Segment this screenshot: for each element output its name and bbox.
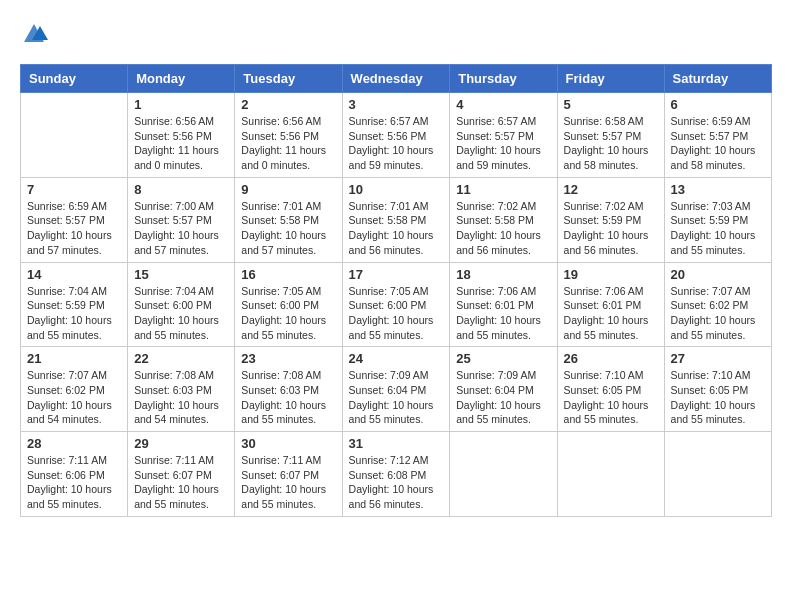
day-number: 3 [349,97,444,112]
calendar-week-row: 7Sunrise: 6:59 AM Sunset: 5:57 PM Daylig… [21,177,772,262]
day-info: Sunrise: 6:57 AM Sunset: 5:57 PM Dayligh… [456,114,550,173]
calendar-cell: 26Sunrise: 7:10 AM Sunset: 6:05 PM Dayli… [557,347,664,432]
day-number: 12 [564,182,658,197]
day-info: Sunrise: 6:59 AM Sunset: 5:57 PM Dayligh… [671,114,765,173]
calendar-cell: 20Sunrise: 7:07 AM Sunset: 6:02 PM Dayli… [664,262,771,347]
calendar-cell: 17Sunrise: 7:05 AM Sunset: 6:00 PM Dayli… [342,262,450,347]
day-number: 29 [134,436,228,451]
day-number: 4 [456,97,550,112]
day-info: Sunrise: 7:09 AM Sunset: 6:04 PM Dayligh… [456,368,550,427]
day-number: 25 [456,351,550,366]
day-number: 9 [241,182,335,197]
day-info: Sunrise: 7:07 AM Sunset: 6:02 PM Dayligh… [671,284,765,343]
day-number: 30 [241,436,335,451]
day-info: Sunrise: 7:11 AM Sunset: 6:07 PM Dayligh… [134,453,228,512]
day-number: 15 [134,267,228,282]
day-info: Sunrise: 6:58 AM Sunset: 5:57 PM Dayligh… [564,114,658,173]
day-info: Sunrise: 7:11 AM Sunset: 6:07 PM Dayligh… [241,453,335,512]
calendar-cell: 23Sunrise: 7:08 AM Sunset: 6:03 PM Dayli… [235,347,342,432]
day-number: 19 [564,267,658,282]
page-header [20,20,772,48]
day-number: 17 [349,267,444,282]
calendar-week-row: 21Sunrise: 7:07 AM Sunset: 6:02 PM Dayli… [21,347,772,432]
day-info: Sunrise: 6:56 AM Sunset: 5:56 PM Dayligh… [241,114,335,173]
calendar-week-row: 1Sunrise: 6:56 AM Sunset: 5:56 PM Daylig… [21,93,772,178]
day-number: 11 [456,182,550,197]
day-number: 24 [349,351,444,366]
calendar-header-sunday: Sunday [21,65,128,93]
calendar-cell: 6Sunrise: 6:59 AM Sunset: 5:57 PM Daylig… [664,93,771,178]
calendar-cell: 31Sunrise: 7:12 AM Sunset: 6:08 PM Dayli… [342,432,450,517]
calendar-header-row: SundayMondayTuesdayWednesdayThursdayFrid… [21,65,772,93]
day-info: Sunrise: 7:04 AM Sunset: 5:59 PM Dayligh… [27,284,121,343]
calendar-header-wednesday: Wednesday [342,65,450,93]
logo [20,20,52,48]
calendar-cell: 27Sunrise: 7:10 AM Sunset: 6:05 PM Dayli… [664,347,771,432]
calendar-cell: 29Sunrise: 7:11 AM Sunset: 6:07 PM Dayli… [128,432,235,517]
day-info: Sunrise: 7:10 AM Sunset: 6:05 PM Dayligh… [671,368,765,427]
calendar-cell: 22Sunrise: 7:08 AM Sunset: 6:03 PM Dayli… [128,347,235,432]
calendar-cell [21,93,128,178]
calendar-cell: 9Sunrise: 7:01 AM Sunset: 5:58 PM Daylig… [235,177,342,262]
day-info: Sunrise: 6:57 AM Sunset: 5:56 PM Dayligh… [349,114,444,173]
calendar-header-tuesday: Tuesday [235,65,342,93]
day-number: 22 [134,351,228,366]
calendar-cell: 1Sunrise: 6:56 AM Sunset: 5:56 PM Daylig… [128,93,235,178]
calendar-cell [664,432,771,517]
day-number: 26 [564,351,658,366]
calendar-cell: 24Sunrise: 7:09 AM Sunset: 6:04 PM Dayli… [342,347,450,432]
calendar-cell: 21Sunrise: 7:07 AM Sunset: 6:02 PM Dayli… [21,347,128,432]
day-info: Sunrise: 7:06 AM Sunset: 6:01 PM Dayligh… [456,284,550,343]
calendar-header-thursday: Thursday [450,65,557,93]
calendar-cell [557,432,664,517]
calendar-cell: 28Sunrise: 7:11 AM Sunset: 6:06 PM Dayli… [21,432,128,517]
day-number: 27 [671,351,765,366]
day-info: Sunrise: 7:12 AM Sunset: 6:08 PM Dayligh… [349,453,444,512]
day-number: 13 [671,182,765,197]
day-number: 21 [27,351,121,366]
day-info: Sunrise: 7:00 AM Sunset: 5:57 PM Dayligh… [134,199,228,258]
day-info: Sunrise: 6:59 AM Sunset: 5:57 PM Dayligh… [27,199,121,258]
day-info: Sunrise: 7:01 AM Sunset: 5:58 PM Dayligh… [349,199,444,258]
calendar-cell [450,432,557,517]
day-number: 1 [134,97,228,112]
calendar-cell: 14Sunrise: 7:04 AM Sunset: 5:59 PM Dayli… [21,262,128,347]
day-info: Sunrise: 7:02 AM Sunset: 5:58 PM Dayligh… [456,199,550,258]
day-number: 6 [671,97,765,112]
day-number: 31 [349,436,444,451]
day-info: Sunrise: 7:07 AM Sunset: 6:02 PM Dayligh… [27,368,121,427]
day-number: 8 [134,182,228,197]
calendar-header-friday: Friday [557,65,664,93]
day-number: 10 [349,182,444,197]
calendar-cell: 3Sunrise: 6:57 AM Sunset: 5:56 PM Daylig… [342,93,450,178]
calendar-cell: 5Sunrise: 6:58 AM Sunset: 5:57 PM Daylig… [557,93,664,178]
calendar-cell: 16Sunrise: 7:05 AM Sunset: 6:00 PM Dayli… [235,262,342,347]
day-info: Sunrise: 7:09 AM Sunset: 6:04 PM Dayligh… [349,368,444,427]
calendar-cell: 10Sunrise: 7:01 AM Sunset: 5:58 PM Dayli… [342,177,450,262]
calendar-header-saturday: Saturday [664,65,771,93]
calendar-cell: 13Sunrise: 7:03 AM Sunset: 5:59 PM Dayli… [664,177,771,262]
calendar-cell: 8Sunrise: 7:00 AM Sunset: 5:57 PM Daylig… [128,177,235,262]
day-number: 2 [241,97,335,112]
calendar-cell: 11Sunrise: 7:02 AM Sunset: 5:58 PM Dayli… [450,177,557,262]
logo-icon [20,20,48,48]
day-number: 5 [564,97,658,112]
day-info: Sunrise: 7:05 AM Sunset: 6:00 PM Dayligh… [241,284,335,343]
day-info: Sunrise: 7:08 AM Sunset: 6:03 PM Dayligh… [241,368,335,427]
calendar-table: SundayMondayTuesdayWednesdayThursdayFrid… [20,64,772,517]
day-info: Sunrise: 7:11 AM Sunset: 6:06 PM Dayligh… [27,453,121,512]
day-info: Sunrise: 7:06 AM Sunset: 6:01 PM Dayligh… [564,284,658,343]
day-number: 14 [27,267,121,282]
day-info: Sunrise: 7:08 AM Sunset: 6:03 PM Dayligh… [134,368,228,427]
calendar-week-row: 28Sunrise: 7:11 AM Sunset: 6:06 PM Dayli… [21,432,772,517]
day-info: Sunrise: 7:03 AM Sunset: 5:59 PM Dayligh… [671,199,765,258]
calendar-cell: 15Sunrise: 7:04 AM Sunset: 6:00 PM Dayli… [128,262,235,347]
calendar-cell: 30Sunrise: 7:11 AM Sunset: 6:07 PM Dayli… [235,432,342,517]
day-info: Sunrise: 6:56 AM Sunset: 5:56 PM Dayligh… [134,114,228,173]
day-info: Sunrise: 7:04 AM Sunset: 6:00 PM Dayligh… [134,284,228,343]
day-number: 28 [27,436,121,451]
day-number: 7 [27,182,121,197]
calendar-cell: 2Sunrise: 6:56 AM Sunset: 5:56 PM Daylig… [235,93,342,178]
day-number: 23 [241,351,335,366]
day-info: Sunrise: 7:05 AM Sunset: 6:00 PM Dayligh… [349,284,444,343]
